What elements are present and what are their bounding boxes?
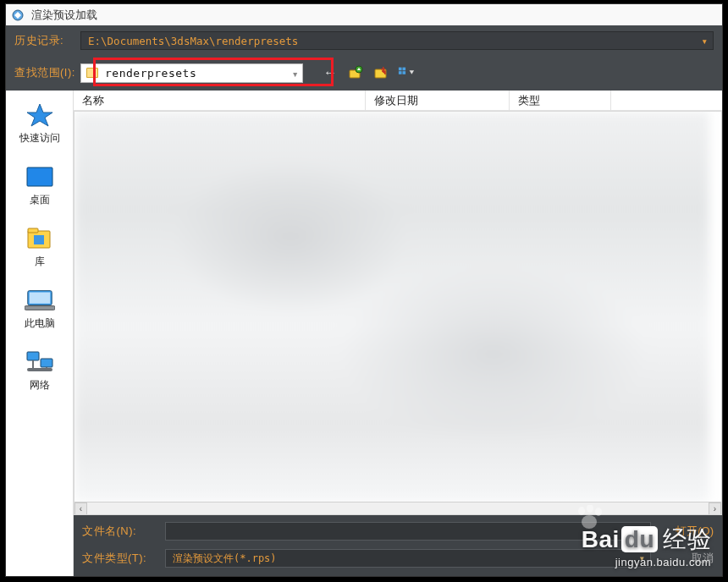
lookin-folder-name: renderpresets — [105, 67, 196, 80]
column-label: 修改日期 — [374, 93, 418, 108]
scroll-track[interactable] — [87, 502, 709, 515]
sidebar-item-label: 桌面 — [30, 193, 50, 207]
sidebar-item-label: 快速访问 — [19, 131, 60, 146]
network-icon — [25, 349, 55, 375]
body-area: 快速访问 桌面 库 — [6, 91, 722, 576]
titlebar[interactable]: 渲染预设加载 — [6, 4, 722, 26]
new-folder-icon[interactable] — [372, 64, 389, 81]
column-label: 名称 — [82, 93, 104, 108]
svg-rect-12 — [28, 228, 38, 233]
column-modified-date[interactable]: 修改日期 — [366, 91, 510, 110]
libraries-icon — [25, 226, 55, 251]
filename-label: 文件名(N): — [82, 524, 158, 539]
filetype-combo[interactable]: 渲染预设文件(*.rps) ▾ — [165, 549, 651, 568]
scroll-right-arrow[interactable]: › — [709, 502, 721, 515]
cancel-button[interactable]: 取消 — [658, 551, 714, 566]
window-title: 渲染预设加载 — [31, 8, 97, 23]
lookin-folder-combo[interactable]: renderpresets ▾ — [80, 63, 303, 83]
toolbar-icons: ← — [322, 64, 415, 81]
chevron-down-icon: ▾ — [701, 35, 708, 47]
file-list-header: 名称 修改日期 类型 — [74, 91, 722, 111]
sidebar-item-label: 库 — [35, 255, 45, 269]
blurred-content — [74, 112, 709, 502]
sidebar-item-this-pc[interactable]: 此电脑 — [12, 284, 68, 334]
chevron-down-icon: ▾ — [639, 552, 645, 564]
svg-rect-17 — [27, 352, 39, 360]
history-path-text: E:\Documents\3dsMax\renderpresets — [88, 35, 298, 47]
chevron-down-icon: ▾ — [292, 68, 299, 80]
main-column: 名称 修改日期 类型 ‹ › 文件名(N): ▾ — [74, 91, 722, 576]
sidebar-item-network[interactable]: 网络 — [12, 346, 68, 396]
lookin-label: 查找范围(I): — [14, 65, 80, 80]
up-folder-icon[interactable] — [347, 64, 364, 81]
svg-rect-10 — [27, 167, 52, 186]
sidebar-item-label: 网络 — [30, 378, 50, 393]
sidebar-item-desktop[interactable]: 桌面 — [12, 161, 68, 211]
star-icon — [25, 102, 55, 128]
svg-rect-8 — [399, 71, 402, 74]
folder-icon — [86, 68, 98, 78]
svg-rect-16 — [25, 306, 55, 310]
svg-rect-6 — [399, 68, 402, 71]
scroll-left-arrow[interactable]: ‹ — [74, 502, 87, 515]
column-name[interactable]: 名称 — [74, 91, 366, 110]
history-label: 历史记录: — [14, 33, 80, 48]
svg-rect-15 — [29, 293, 50, 304]
bottom-zone: 文件名(N): ▾ 打开(O) 文件类型(T): 渲染预设文件(*.rps) ▾… — [74, 515, 722, 576]
column-label: 类型 — [518, 93, 540, 108]
svg-rect-9 — [402, 71, 405, 74]
file-list[interactable]: ‹ › — [74, 111, 722, 515]
view-menu-icon[interactable] — [398, 64, 415, 81]
history-row: 历史记录: E:\Documents\3dsMax\renderpresets … — [6, 26, 722, 55]
filetype-value: 渲染预设文件(*.rps) — [173, 552, 277, 566]
desktop-icon — [25, 164, 55, 189]
history-path-combo[interactable]: E:\Documents\3dsMax\renderpresets ▾ — [80, 31, 714, 50]
filename-input[interactable]: ▾ — [165, 522, 651, 541]
render-preset-icon — [11, 8, 25, 22]
svg-rect-7 — [402, 68, 405, 71]
sidebar-item-label: 此电脑 — [25, 316, 55, 331]
lookin-row: 查找范围(I): renderpresets ▾ ← — [6, 55, 722, 91]
column-type[interactable]: 类型 — [510, 91, 611, 110]
computer-icon — [25, 288, 55, 313]
dialog-window: 渲染预设加载 历史记录: E:\Documents\3dsMax\renderp… — [5, 3, 723, 577]
sidebar-item-libraries[interactable]: 库 — [12, 222, 68, 272]
sidebar-item-quick-access[interactable]: 快速访问 — [12, 99, 68, 149]
open-button[interactable]: 打开(O) — [658, 524, 714, 539]
svg-rect-19 — [27, 368, 52, 371]
places-sidebar: 快速访问 桌面 库 — [6, 91, 74, 576]
filetype-label: 文件类型(T): — [82, 551, 158, 566]
svg-rect-13 — [34, 235, 44, 244]
svg-rect-18 — [41, 359, 52, 367]
horizontal-scrollbar[interactable]: ‹ › — [74, 502, 721, 514]
svg-rect-5 — [381, 69, 385, 70]
back-icon[interactable]: ← — [322, 64, 339, 81]
chevron-down-icon: ▾ — [639, 525, 645, 537]
